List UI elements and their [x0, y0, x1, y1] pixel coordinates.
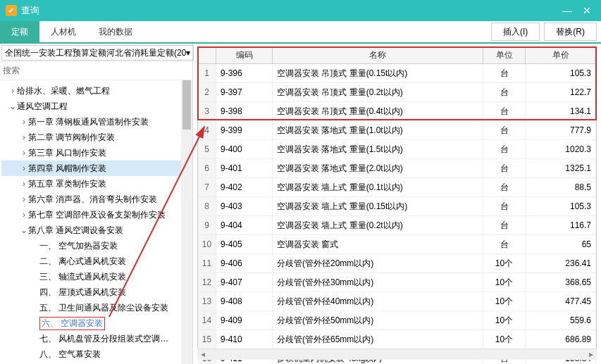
cell-price[interactable]: 65 [526, 235, 596, 253]
minimize-button[interactable]: — [559, 2, 576, 19]
quota-select[interactable]: 全国统一安装工程预算定额河北省消耗量定额(20 ▾ [1, 45, 194, 61]
cell-unit[interactable]: 10个 [483, 330, 526, 349]
cell-code[interactable]: 9-401 [216, 159, 273, 177]
tab-material[interactable]: 人材机 [39, 21, 87, 42]
search-box[interactable] [0, 62, 192, 80]
scroll-left-icon[interactable]: ◂ [197, 349, 209, 360]
cell-code[interactable]: 9-407 [216, 273, 273, 291]
cell-unit[interactable]: 台 [483, 64, 526, 82]
tree-node[interactable]: ›第一章 薄钢板通风管道制作安装 [1, 114, 191, 130]
cell-code[interactable]: 9-404 [216, 216, 273, 234]
table-row[interactable]: 59-400空调器安装 落地式 重量(1.5t以内)台1020.3 [198, 140, 596, 159]
table-row[interactable]: 29-397空调器安装 吊顶式 重量(0.2t以内)台122.7 [198, 83, 596, 102]
collapse-icon[interactable]: ⌄ [20, 225, 28, 235]
cell-code[interactable]: 9-399 [216, 121, 273, 139]
cell-code[interactable]: 9-409 [216, 311, 273, 330]
cell-code[interactable]: 9-400 [216, 140, 273, 158]
cell-name[interactable]: 空调器安装 墙上式 重量(0.2t以内) [273, 216, 483, 234]
table-row[interactable]: 19-396空调器安装 吊顶式 重量(0.15t以内)台105.3 [198, 64, 596, 83]
cell-code[interactable]: 9-406 [216, 254, 273, 272]
tree-node-highlighted[interactable]: 六、 空调器安装 [1, 315, 191, 331]
col-code[interactable]: 编码 [216, 47, 273, 63]
cell-unit[interactable]: 10个 [483, 273, 526, 291]
tree-node[interactable]: ›第五章 罩类制作安装 [1, 176, 191, 192]
cell-name[interactable]: 空调器安装 吊顶式 重量(0.2t以内) [273, 83, 483, 101]
cell-price[interactable]: 559.6 [526, 311, 596, 330]
table-row[interactable]: 39-398空调器安装 吊顶式 重量(0.4t以内)台134.1 [198, 102, 596, 121]
cell-code[interactable]: 9-405 [216, 235, 273, 253]
cell-name[interactable]: 分歧管(管外径20mm以内) [273, 254, 483, 272]
cell-price[interactable]: 88.5 [526, 178, 596, 196]
cell-unit[interactable]: 10个 [483, 254, 526, 272]
horizontal-scrollbar[interactable]: ◂ ▸ [197, 349, 597, 360]
cell-unit[interactable]: 台 [483, 178, 526, 196]
tab-quota[interactable]: 定额 [0, 21, 39, 42]
col-name[interactable]: 名称 [273, 47, 483, 63]
tree-node[interactable]: 五、 卫生间通风器及除尘设备安装 [1, 300, 191, 315]
table-row[interactable]: 99-404空调器安装 墙上式 重量(0.2t以内)台116.7 [198, 216, 596, 235]
expand-icon[interactable]: › [20, 210, 28, 220]
cell-code[interactable]: 9-403 [216, 197, 273, 215]
expand-icon[interactable]: › [20, 163, 28, 173]
cell-name[interactable]: 分歧管(管外径30mm以内) [273, 273, 483, 291]
cell-unit[interactable]: 台 [483, 197, 526, 215]
expand-icon[interactable]: › [20, 194, 28, 204]
tree-node[interactable]: ›第七章 空调部件及设备支架制作安装 [1, 207, 191, 222]
expand-icon[interactable]: › [20, 179, 28, 189]
cell-price[interactable]: 1020.3 [526, 140, 596, 158]
tree-node[interactable]: 八、 空气幕安装 [1, 346, 191, 362]
table-row[interactable]: 149-409分歧管(管外径50mm以内)10个559.6 [198, 311, 596, 330]
cell-name[interactable]: 空调器安装 落地式 重量(2.0t以内) [273, 159, 483, 177]
tree-node[interactable]: 三、 轴流式通风机安装 [1, 269, 191, 284]
expand-icon[interactable]: › [8, 86, 17, 96]
tree-node[interactable]: 二、 离心式通风机安装 [1, 253, 191, 269]
tree-node[interactable]: 一、 空气加热器安装 [1, 238, 191, 253]
col-unit[interactable]: 单位 [483, 47, 526, 63]
cell-unit[interactable]: 台 [483, 140, 526, 158]
cell-price[interactable]: 477.45 [526, 292, 596, 310]
table-row[interactable]: 49-399空调器安装 落地式 重量(1.0t以内)台777.9 [198, 121, 596, 140]
tree-node[interactable]: ›第四章 风帽制作安装 [1, 161, 191, 176]
cell-name[interactable]: 分歧管(管外径65mm以内) [273, 330, 483, 349]
cell-name[interactable]: 空调器安装 落地式 重量(1.5t以内) [273, 140, 483, 158]
cell-unit[interactable]: 台 [483, 159, 526, 177]
table-row[interactable]: 79-402空调器安装 墙上式 重量(0.1t以内)台88.5 [198, 178, 596, 197]
cell-unit[interactable]: 台 [483, 83, 526, 101]
tree-node[interactable]: 四、 屋顶式通风机安装 [1, 284, 191, 300]
tree-node[interactable]: ›第六章 消声器、消音弯头制作安装 [1, 192, 191, 207]
cell-unit[interactable]: 10个 [483, 292, 526, 310]
tree-node[interactable]: ›第二章 调节阀制作安装 [1, 130, 191, 145]
cell-name[interactable]: 空调器安装 落地式 重量(1.0t以内) [273, 121, 483, 139]
cell-code[interactable]: 9-397 [216, 83, 273, 101]
cell-price[interactable]: 134.1 [526, 102, 596, 120]
expand-icon[interactable]: › [20, 132, 28, 142]
tree-scrollbar[interactable] [181, 80, 192, 364]
col-price[interactable]: 单价 [526, 47, 596, 63]
cell-code[interactable]: 9-396 [216, 64, 273, 82]
cell-price[interactable]: 105.3 [526, 197, 596, 215]
scroll-right-icon[interactable]: ▸ [585, 349, 597, 360]
tree-node[interactable]: ›给排水、采暖、燃气工程 [1, 83, 191, 99]
cell-price[interactable]: 686.89 [526, 330, 596, 349]
expand-icon[interactable]: › [20, 148, 28, 158]
cell-price[interactable]: 116.7 [526, 216, 596, 234]
tree-node[interactable]: 七、 风机盘管及分段组装式空调… [1, 331, 191, 346]
tree-node[interactable]: ⌄第八章 通风空调设备安装 [1, 222, 191, 238]
cell-price[interactable]: 236.41 [526, 254, 596, 272]
cell-price[interactable]: 777.9 [526, 121, 596, 139]
cell-unit[interactable]: 台 [483, 235, 526, 253]
cell-price[interactable]: 105.3 [526, 64, 596, 82]
cell-name[interactable]: 空调器安装 墙上式 重量(0.15t以内) [273, 197, 483, 215]
expand-icon[interactable]: › [20, 117, 28, 127]
insert-button[interactable]: 插入(I) [491, 23, 540, 41]
collapse-icon[interactable]: ⌄ [8, 101, 17, 111]
table-row[interactable]: 159-410分歧管(管外径65mm以内)10个686.89 [198, 330, 596, 349]
cell-price[interactable]: 122.7 [526, 83, 596, 101]
table-row[interactable]: 89-403空调器安装 墙上式 重量(0.15t以内)台105.3 [198, 197, 596, 216]
table-row[interactable]: 109-405空调器安装 窗式台65 [198, 235, 596, 254]
cell-name[interactable]: 空调器安装 墙上式 重量(0.1t以内) [273, 178, 483, 196]
replace-button[interactable]: 替换(R) [544, 23, 597, 41]
cell-code[interactable]: 9-398 [216, 102, 273, 120]
cell-price[interactable]: 368.65 [526, 273, 596, 291]
cell-name[interactable]: 空调器安装 吊顶式 重量(0.15t以内) [273, 64, 483, 82]
